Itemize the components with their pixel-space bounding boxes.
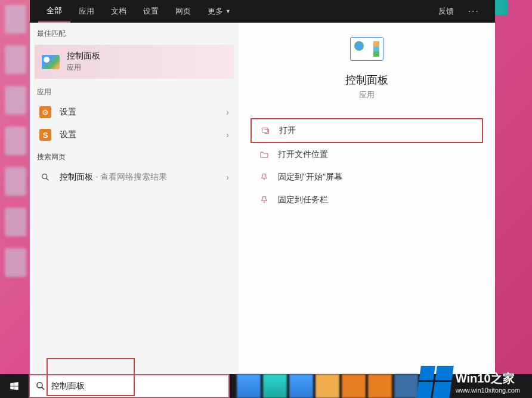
taskbar-items — [237, 374, 418, 398]
desktop-icon[interactable] — [5, 86, 26, 115]
folder-icon — [259, 149, 270, 160]
action-label: 打开 — [279, 125, 296, 136]
search-icon — [30, 381, 51, 391]
list-item-label: 控制面板 - 查看网络搜索结果 — [60, 172, 226, 183]
tab-web[interactable]: 网页 — [167, 0, 199, 23]
search-input[interactable] — [51, 375, 228, 397]
desktop-icon[interactable] — [5, 5, 26, 33]
web-search-suffix: - 查看网络搜索结果 — [93, 172, 167, 181]
section-best-match: 最佳匹配 — [30, 23, 239, 42]
start-button[interactable] — [0, 374, 29, 398]
search-tabs: 全部 应用 文档 设置 网页 更多 ▼ 反馈 ··· — [30, 0, 495, 23]
taskbar-app[interactable] — [342, 374, 366, 398]
taskbar-app[interactable] — [289, 374, 313, 398]
settings-s-icon: S — [39, 129, 51, 141]
windows-icon — [9, 381, 20, 391]
tab-apps[interactable]: 应用 — [70, 0, 103, 23]
taskbar-app[interactable] — [394, 374, 418, 398]
web-search-item[interactable]: 控制面板 - 查看网络搜索结果 › — [30, 166, 239, 189]
search-content: 最佳匹配 控制面板 应用 应用 ⚙ 设置 › S 设置 › 搜索网页 — [30, 23, 495, 374]
web-search-term: 控制面板 — [60, 172, 93, 181]
pin-icon — [259, 195, 270, 205]
pin-icon — [259, 172, 270, 183]
svg-point-3 — [37, 382, 42, 388]
taskbar-app[interactable] — [316, 374, 339, 398]
control-panel-icon — [42, 55, 60, 69]
open-icon — [260, 125, 271, 136]
action-label: 固定到"开始"屏幕 — [278, 172, 342, 183]
action-pin-taskbar[interactable]: 固定到任务栏 — [250, 189, 483, 211]
taskbar-app[interactable] — [368, 374, 392, 398]
watermark-text: Win10之家 www.win10xitong.com — [456, 371, 520, 394]
section-apps: 应用 — [30, 81, 239, 101]
taskbar-app[interactable] — [237, 374, 261, 398]
section-search-web: 搜索网页 — [30, 146, 239, 166]
chevron-down-icon: ▼ — [225, 8, 231, 14]
svg-line-1 — [47, 178, 49, 181]
search-results-popup: 全部 应用 文档 设置 网页 更多 ▼ 反馈 ··· 最佳匹配 控制面板 应用 … — [30, 0, 495, 374]
tab-settings[interactable]: 设置 — [135, 0, 167, 23]
list-item-label: 设置 — [60, 107, 226, 118]
tab-more[interactable]: 更多 ▼ — [199, 0, 239, 23]
gear-icon: ⚙ — [39, 106, 51, 118]
tab-more-label: 更多 — [208, 6, 223, 17]
watermark-url: www.win10xitong.com — [456, 387, 520, 394]
action-pin-start[interactable]: 固定到"开始"屏幕 — [250, 166, 483, 189]
svg-rect-2 — [262, 128, 268, 132]
desktop-icon[interactable] — [5, 45, 26, 74]
taskbar-search-box[interactable] — [29, 374, 230, 398]
best-match-subtitle: 应用 — [67, 63, 227, 73]
desktop-icon[interactable] — [5, 208, 26, 236]
svg-point-0 — [42, 174, 47, 179]
chevron-right-icon: › — [226, 172, 229, 182]
desktop-icon[interactable] — [5, 127, 26, 155]
action-label: 固定到任务栏 — [278, 195, 328, 205]
desktop-icon[interactable] — [5, 248, 26, 277]
taskbar-app[interactable] — [263, 374, 287, 398]
app-result-item[interactable]: S 设置 › — [30, 124, 239, 146]
desktop-icon[interactable] — [5, 167, 26, 196]
app-result-item[interactable]: ⚙ 设置 › — [30, 101, 239, 124]
best-match-item[interactable]: 控制面板 应用 — [35, 45, 234, 79]
best-match-text: 控制面板 应用 — [67, 51, 227, 73]
chevron-right-icon: › — [226, 130, 229, 140]
windows-logo-icon — [419, 366, 451, 398]
chevron-right-icon: › — [226, 107, 229, 117]
desktop-icons-column — [5, 5, 27, 289]
action-open[interactable]: 打开 — [250, 118, 483, 143]
search-icon — [39, 171, 51, 183]
details-subtitle: 应用 — [359, 90, 375, 100]
action-open-location[interactable]: 打开文件位置 — [250, 143, 483, 166]
action-label: 打开文件位置 — [278, 149, 328, 160]
control-panel-icon — [350, 37, 383, 61]
more-options-button[interactable]: ··· — [461, 0, 487, 23]
tab-all[interactable]: 全部 — [38, 0, 70, 23]
svg-line-4 — [42, 387, 44, 390]
results-list: 最佳匹配 控制面板 应用 应用 ⚙ 设置 › S 设置 › 搜索网页 — [30, 23, 239, 374]
list-item-label: 设置 — [60, 129, 226, 140]
feedback-button[interactable]: 反馈 — [431, 0, 461, 23]
best-match-title: 控制面板 — [67, 51, 227, 61]
details-title: 控制面板 — [345, 73, 388, 87]
tab-docs[interactable]: 文档 — [103, 0, 135, 23]
details-panel: 控制面板 应用 打开 打开文件位置 固定到"开始"屏幕 — [239, 23, 495, 374]
watermark-title: Win10之家 — [456, 371, 520, 387]
details-header: 控制面板 应用 — [250, 37, 483, 100]
watermark: Win10之家 www.win10xitong.com — [419, 366, 520, 398]
